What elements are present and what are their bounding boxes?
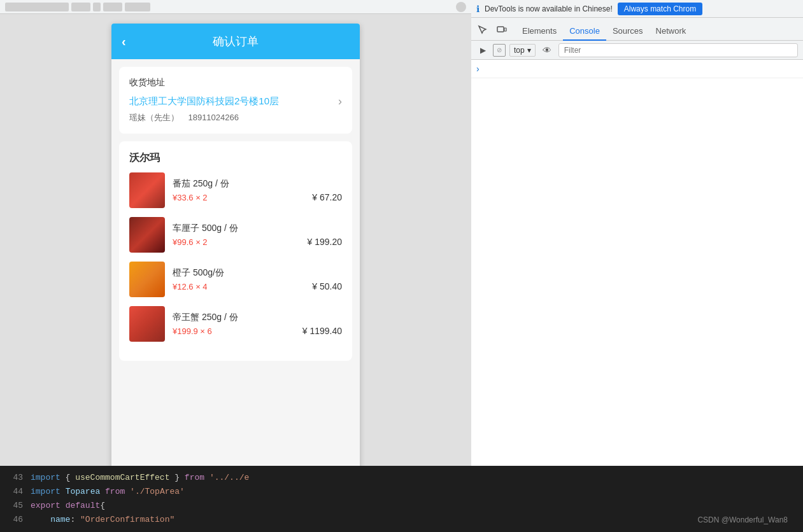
svg-rect-1 <box>504 28 506 31</box>
code-space2 <box>204 471 210 485</box>
product-name: 帝王蟹 250g / 份 <box>173 312 342 323</box>
dimensions-label <box>5 3 69 11</box>
store-section: 沃尔玛 番茄 250g / 份 ¥33.6 × 2 ¥ 67.20 <box>119 141 352 361</box>
code-brace: } <box>169 471 184 485</box>
address-link[interactable]: 北京理工大学国防科技园2号楼10层 <box>129 95 279 108</box>
code-string2: './TopArea' <box>130 485 185 499</box>
product-image-tomato <box>129 172 165 208</box>
product-item: 番茄 250g / 份 ¥33.6 × 2 ¥ 67.20 <box>129 172 342 208</box>
filter-input[interactable] <box>558 43 798 57</box>
address-label: 收货地址 <box>129 77 342 88</box>
code-line-44: 44 import Toparea from './TopArea' <box>0 485 803 499</box>
tab-sources[interactable]: Sources <box>606 22 650 41</box>
price-row: ¥12.6 × 4 ¥ 50.40 <box>173 281 342 291</box>
product-name: 橙子 500g/份 <box>173 267 342 279</box>
info-icon: ℹ <box>476 4 480 14</box>
total-price: ¥ 67.20 <box>312 192 342 202</box>
tab-network[interactable]: Network <box>650 22 693 41</box>
devtools-panel: ℹ DevTools is now available in Chinese! … <box>471 0 803 532</box>
separator <box>93 3 101 11</box>
product-name: 车厘子 500g / 份 <box>173 223 342 234</box>
product-name: 番茄 250g / 份 <box>173 178 342 190</box>
address-row: 北京理工大学国防科技园2号楼10层 › <box>129 95 342 108</box>
code-default: default <box>66 499 101 513</box>
code-import: import <box>31 471 60 485</box>
more-options-icon[interactable] <box>456 2 466 12</box>
contact-name: 瑶妹（先生） <box>129 113 179 122</box>
info-banner: ℹ DevTools is now available in Chinese! … <box>471 0 803 18</box>
devtools-icon-group <box>474 21 516 39</box>
line-number: 44 <box>5 485 23 499</box>
product-item: 帝王蟹 250g / 份 ¥199.9 × 6 ¥ 1199.40 <box>129 306 342 342</box>
product-details: 车厘子 500g / 份 ¥99.6 × 2 ¥ 199.20 <box>173 223 342 247</box>
code-space3 <box>60 485 66 499</box>
product-image-cherry <box>129 217 165 253</box>
product-image-crab <box>129 306 165 342</box>
code-from2: from <box>105 485 125 499</box>
unit-price: ¥99.6 × 2 <box>173 237 208 247</box>
code-var: Toparea <box>66 485 101 499</box>
product-image-orange <box>129 262 165 297</box>
device-toggle-button[interactable] <box>493 21 511 39</box>
product-item: 橙子 500g/份 ¥12.6 × 4 ¥ 50.40 <box>129 262 342 297</box>
code-import2: import <box>31 485 60 499</box>
price-row: ¥99.6 × 2 ¥ 199.20 <box>173 237 342 247</box>
total-price: ¥ 1199.40 <box>302 326 342 336</box>
unit-price: ¥33.6 × 2 <box>173 193 208 202</box>
total-price: ¥ 199.20 <box>308 237 343 247</box>
store-name: 沃尔玛 <box>129 151 342 165</box>
contact-phone: 18911024266 <box>188 113 239 122</box>
code-function-name: useCommomCartEffect <box>75 471 169 485</box>
line-number: 43 <box>5 471 23 485</box>
svg-rect-0 <box>497 27 504 32</box>
code-from: from <box>185 471 204 485</box>
line-number: 45 <box>5 499 23 513</box>
height-input[interactable] <box>103 3 122 11</box>
code-line-43: 43 import { useCommomCartEffect } from '… <box>0 471 803 485</box>
product-details: 帝王蟹 250g / 份 ¥199.9 × 6 ¥ 1199.40 <box>173 312 342 336</box>
dropdown-arrow-icon: ▾ <box>527 46 531 55</box>
line-number: 46 <box>5 513 23 527</box>
prompt-chevron-icon: › <box>476 64 480 74</box>
code-string: '../../e <box>210 471 249 485</box>
product-details: 番茄 250g / 份 ¥33.6 × 2 ¥ 67.20 <box>173 178 342 202</box>
top-context-dropdown[interactable]: top ▾ <box>509 44 536 57</box>
code-open-brace: { <box>100 499 105 513</box>
select-element-button[interactable] <box>474 21 492 39</box>
code-space6 <box>60 499 66 513</box>
console-toolbar: ▶ ⊘ top ▾ 👁 <box>471 41 803 60</box>
tab-console[interactable]: Console <box>563 22 606 41</box>
devtools-tabs-bar: Elements Console Sources Network <box>471 18 803 41</box>
back-button[interactable]: ‹ <box>122 34 126 49</box>
mobile-frame-area: ‹ 确认订单 收货地址 北京理工大学国防科技园2号楼10层 › 瑶妹（先生） 1… <box>0 14 471 532</box>
product-item: 车厘子 500g / 份 ¥99.6 × 2 ¥ 199.20 <box>129 217 342 253</box>
execute-button[interactable]: ▶ <box>476 44 489 57</box>
eye-icon-button[interactable]: 👁 <box>539 43 555 58</box>
console-output-area: › <box>471 60 803 518</box>
code-indent <box>31 513 50 527</box>
code-space4 <box>100 485 105 499</box>
tab-elements[interactable]: Elements <box>516 22 563 41</box>
console-prompt: › <box>471 60 803 78</box>
price-row: ¥33.6 × 2 ¥ 67.20 <box>173 192 342 202</box>
address-section: 收货地址 北京理工大学国防科技园2号楼10层 › 瑶妹（先生） 18911024… <box>119 67 352 134</box>
stop-button[interactable]: ⊘ <box>493 44 506 57</box>
contact-info: 瑶妹（先生） 18911024266 <box>129 112 342 123</box>
code-export: export <box>31 499 60 513</box>
width-input[interactable] <box>71 3 90 11</box>
mobile-screen: ‹ 确认订单 收货地址 北京理工大学国防科技园2号楼10层 › 瑶妹（先生） 1… <box>111 24 360 532</box>
info-text: DevTools is now available in Chinese! <box>485 4 613 13</box>
chevron-right-icon: › <box>338 95 342 108</box>
product-details: 橙子 500g/份 ¥12.6 × 4 ¥ 50.40 <box>173 267 342 291</box>
code-colon: : <box>70 513 80 527</box>
left-panel: ‹ 确认订单 收货地址 北京理工大学国防科技园2号楼10层 › 瑶妹（先生） 1… <box>0 0 471 532</box>
code-string3: "OrderConfirmation" <box>80 513 174 527</box>
order-header: ‹ 确认订单 <box>111 24 360 59</box>
always-match-button[interactable]: Always match Chrom <box>618 3 702 15</box>
zoom-input[interactable] <box>125 3 150 11</box>
toolbar-bar <box>0 0 471 14</box>
unit-price: ¥12.6 × 4 <box>173 282 208 291</box>
unit-price: ¥199.9 × 6 <box>173 326 212 336</box>
order-title: 确认订单 <box>213 34 259 49</box>
code-space5 <box>125 485 130 499</box>
